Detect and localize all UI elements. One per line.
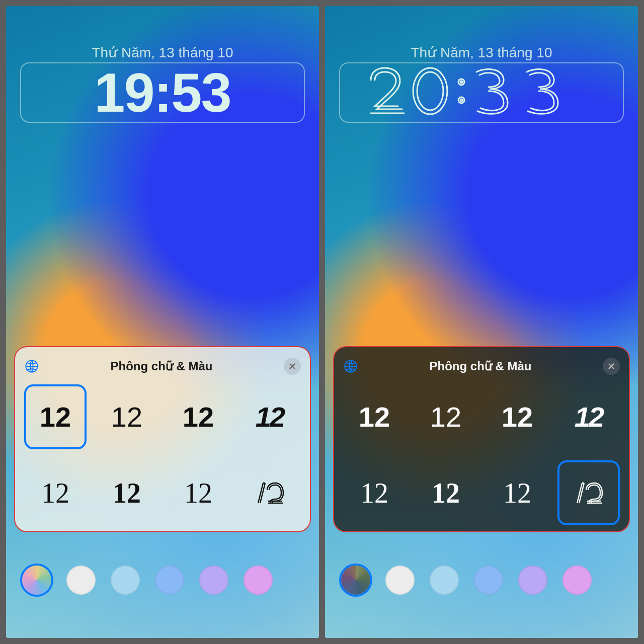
- font-sample: 12: [111, 403, 142, 431]
- date-label: Thứ Năm, 13 tháng 10: [325, 44, 638, 61]
- font-option-7[interactable]: 12: [486, 460, 548, 525]
- time-container[interactable]: 19:53: [20, 62, 305, 123]
- font-sample: 12: [430, 403, 461, 431]
- font-option-1[interactable]: 12: [24, 384, 87, 449]
- color-swatch-pink[interactable]: [244, 566, 273, 595]
- svg-point-2: [417, 72, 443, 110]
- date-label: Thứ Năm, 13 tháng 10: [6, 44, 319, 61]
- panel-title: Phông chữ & Màu: [358, 359, 603, 373]
- font-option-2[interactable]: 12: [96, 384, 158, 449]
- time-display: 19:53: [94, 65, 230, 120]
- font-option-4[interactable]: 12: [238, 384, 301, 449]
- font-sample: 12: [575, 403, 603, 431]
- svg-point-1: [413, 68, 447, 114]
- svg-point-5: [458, 97, 464, 103]
- color-swatch-purple[interactable]: [518, 566, 547, 595]
- color-swatch-multi[interactable]: [341, 566, 370, 595]
- panel-header: Phông chữ & Màu: [343, 354, 620, 378]
- font-grid: 12 12 12 12 12 12 12: [343, 384, 620, 525]
- font-sample: 12: [502, 403, 533, 431]
- font-option-5[interactable]: 12: [24, 460, 87, 525]
- font-option-8[interactable]: [238, 460, 301, 525]
- globe-icon[interactable]: [24, 359, 39, 374]
- font-option-3[interactable]: 12: [167, 384, 229, 449]
- font-option-1[interactable]: 12: [343, 384, 406, 449]
- font-sample: 12: [184, 479, 212, 507]
- color-swatch-blue[interactable]: [155, 566, 184, 595]
- globe-icon[interactable]: [343, 359, 358, 374]
- color-swatch-multi[interactable]: [22, 566, 51, 595]
- lockscreen-right: Thứ Năm, 13 tháng 10: [325, 6, 638, 638]
- color-swatch-purple[interactable]: [199, 566, 228, 595]
- font-sample: 12: [256, 403, 284, 431]
- time-display-outline: [361, 65, 602, 120]
- color-swatch-row[interactable]: [19, 562, 319, 598]
- font-option-6[interactable]: 12: [415, 460, 477, 525]
- panel-title: Phông chữ & Màu: [39, 359, 284, 373]
- time-container[interactable]: [339, 62, 624, 123]
- font-option-7[interactable]: 12: [167, 460, 229, 525]
- color-swatch-lightblue[interactable]: [430, 566, 459, 595]
- font-grid: 12 12 12 12 12 12 12: [24, 384, 301, 525]
- font-sample: 12: [41, 479, 69, 507]
- color-swatch-row[interactable]: [338, 562, 638, 598]
- svg-point-3: [458, 79, 464, 85]
- font-sample: 12: [360, 479, 388, 507]
- panel-header: Phông chữ & Màu: [24, 354, 301, 378]
- color-swatch-white[interactable]: [385, 566, 415, 595]
- color-swatch-lightblue[interactable]: [111, 566, 140, 595]
- font-sample: 12: [40, 403, 71, 431]
- lockscreen-left: Thứ Năm, 13 tháng 10 19:53 Phông chữ & M…: [6, 6, 319, 638]
- svg-point-6: [460, 99, 462, 101]
- font-color-panel: Phông chữ & Màu 12 12 12 12 12 12 12: [14, 346, 311, 532]
- font-color-panel: Phông chữ & Màu 12 12 12 12 12 12 12: [333, 346, 630, 532]
- font-option-6[interactable]: 12: [96, 460, 158, 525]
- font-option-8[interactable]: [557, 460, 620, 525]
- font-option-4[interactable]: 12: [557, 384, 620, 449]
- font-sample-outline-icon: [572, 479, 605, 507]
- close-button[interactable]: [284, 358, 301, 375]
- color-swatch-pink[interactable]: [562, 566, 592, 595]
- color-swatch-white[interactable]: [66, 566, 96, 595]
- close-button[interactable]: [603, 358, 620, 375]
- font-sample: 12: [432, 479, 460, 507]
- svg-point-4: [460, 81, 462, 83]
- font-sample-outline-icon: [253, 479, 286, 507]
- font-sample: 12: [503, 479, 531, 507]
- color-swatch-blue[interactable]: [474, 566, 503, 595]
- font-option-5[interactable]: 12: [343, 460, 406, 525]
- font-option-3[interactable]: 12: [486, 384, 548, 449]
- font-sample: 12: [183, 403, 214, 431]
- font-option-2[interactable]: 12: [415, 384, 477, 449]
- font-sample: 12: [113, 479, 141, 507]
- font-sample: 12: [359, 403, 390, 431]
